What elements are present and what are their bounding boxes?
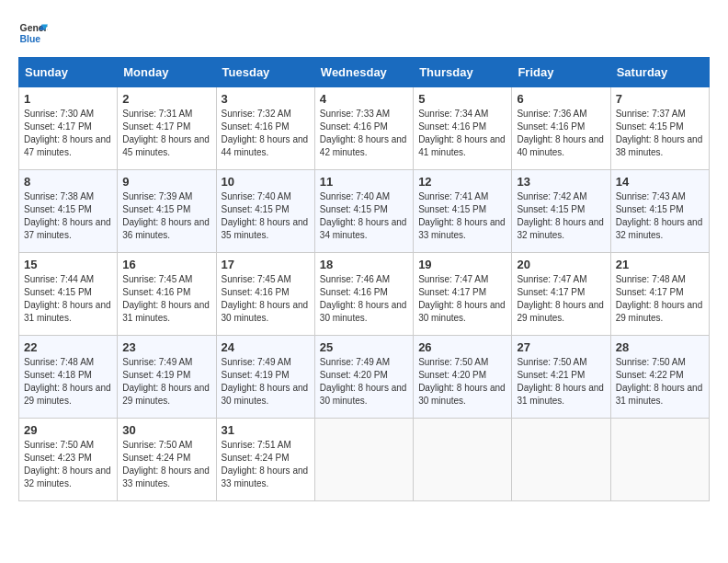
day-info: Sunrise: 7:45 AMSunset: 4:16 PMDaylight:…: [122, 273, 210, 325]
calendar-cell: 9Sunrise: 7:39 AMSunset: 4:15 PMDaylight…: [118, 170, 216, 253]
day-info: Sunrise: 7:45 AMSunset: 4:16 PMDaylight:…: [222, 273, 310, 325]
week-row-0: 1Sunrise: 7:30 AMSunset: 4:17 PMDaylight…: [19, 87, 710, 170]
calendar-cell: 18Sunrise: 7:46 AMSunset: 4:16 PMDayligh…: [314, 253, 413, 336]
calendar-cell: 26Sunrise: 7:50 AMSunset: 4:20 PMDayligh…: [414, 336, 512, 419]
day-info: Sunrise: 7:40 AMSunset: 4:15 PMDaylight:…: [222, 190, 310, 242]
calendar-cell: [414, 419, 512, 501]
day-number: 4: [320, 92, 408, 106]
day-number: 13: [517, 175, 605, 189]
calendar-cell: 2Sunrise: 7:31 AMSunset: 4:17 PMDaylight…: [118, 87, 216, 170]
day-info: Sunrise: 7:40 AMSunset: 4:15 PMDaylight:…: [320, 190, 408, 242]
day-number: 11: [320, 175, 408, 189]
day-info: Sunrise: 7:50 AMSunset: 4:21 PMDaylight:…: [517, 356, 605, 408]
weekday-tuesday: Tuesday: [216, 58, 314, 87]
day-info: Sunrise: 7:42 AMSunset: 4:15 PMDaylight:…: [517, 190, 605, 242]
day-info: Sunrise: 7:34 AMSunset: 4:16 PMDaylight:…: [418, 108, 506, 159]
day-info: Sunrise: 7:49 AMSunset: 4:20 PMDaylight:…: [320, 356, 408, 408]
day-info: Sunrise: 7:31 AMSunset: 4:17 PMDaylight:…: [122, 108, 210, 159]
day-info: Sunrise: 7:33 AMSunset: 4:16 PMDaylight:…: [320, 108, 408, 159]
weekday-sunday: Sunday: [19, 58, 118, 87]
day-info: Sunrise: 7:50 AMSunset: 4:22 PMDaylight:…: [616, 356, 704, 408]
calendar-cell: 8Sunrise: 7:38 AMSunset: 4:15 PMDaylight…: [19, 170, 118, 253]
weekday-saturday: Saturday: [610, 58, 709, 87]
calendar-cell: 4Sunrise: 7:33 AMSunset: 4:16 PMDaylight…: [314, 87, 413, 170]
calendar-cell: 14Sunrise: 7:43 AMSunset: 4:15 PMDayligh…: [610, 170, 709, 253]
day-info: Sunrise: 7:49 AMSunset: 4:19 PMDaylight:…: [122, 356, 210, 408]
day-info: Sunrise: 7:32 AMSunset: 4:16 PMDaylight:…: [222, 108, 310, 159]
calendar-cell: [610, 419, 709, 501]
week-row-3: 22Sunrise: 7:48 AMSunset: 4:18 PMDayligh…: [19, 336, 710, 419]
day-info: Sunrise: 7:36 AMSunset: 4:16 PMDaylight:…: [517, 108, 605, 159]
day-number: 6: [517, 92, 605, 106]
calendar-cell: 15Sunrise: 7:44 AMSunset: 4:15 PMDayligh…: [19, 253, 118, 336]
day-number: 5: [418, 92, 506, 106]
calendar-cell: 23Sunrise: 7:49 AMSunset: 4:19 PMDayligh…: [118, 336, 216, 419]
calendar-cell: 31Sunrise: 7:51 AMSunset: 4:24 PMDayligh…: [216, 419, 314, 501]
day-info: Sunrise: 7:50 AMSunset: 4:23 PMDaylight:…: [24, 439, 112, 490]
week-row-4: 29Sunrise: 7:50 AMSunset: 4:23 PMDayligh…: [19, 419, 710, 501]
svg-text:Blue: Blue: [20, 34, 41, 44]
day-number: 7: [616, 92, 704, 106]
day-number: 17: [222, 258, 310, 271]
calendar-cell: [314, 419, 413, 501]
week-row-2: 15Sunrise: 7:44 AMSunset: 4:15 PMDayligh…: [19, 253, 710, 336]
weekday-header-row: SundayMondayTuesdayWednesdayThursdayFrid…: [19, 58, 710, 87]
day-info: Sunrise: 7:41 AMSunset: 4:15 PMDaylight:…: [418, 190, 506, 242]
day-info: Sunrise: 7:38 AMSunset: 4:15 PMDaylight:…: [24, 190, 112, 242]
calendar-cell: 24Sunrise: 7:49 AMSunset: 4:19 PMDayligh…: [216, 336, 314, 419]
day-number: 30: [122, 423, 210, 437]
day-info: Sunrise: 7:48 AMSunset: 4:18 PMDaylight:…: [24, 356, 112, 408]
day-info: Sunrise: 7:50 AMSunset: 4:20 PMDaylight:…: [418, 356, 506, 408]
calendar-cell: 10Sunrise: 7:40 AMSunset: 4:15 PMDayligh…: [216, 170, 314, 253]
day-info: Sunrise: 7:47 AMSunset: 4:17 PMDaylight:…: [418, 273, 506, 325]
logo-icon: General Blue: [18, 18, 48, 48]
calendar-cell: 20Sunrise: 7:47 AMSunset: 4:17 PMDayligh…: [512, 253, 610, 336]
day-number: 31: [222, 423, 310, 437]
calendar-cell: 16Sunrise: 7:45 AMSunset: 4:16 PMDayligh…: [118, 253, 216, 336]
calendar-cell: 30Sunrise: 7:50 AMSunset: 4:24 PMDayligh…: [118, 419, 216, 501]
day-info: Sunrise: 7:48 AMSunset: 4:17 PMDaylight:…: [616, 273, 704, 325]
day-number: 14: [616, 175, 704, 189]
day-number: 12: [418, 175, 506, 189]
day-info: Sunrise: 7:43 AMSunset: 4:15 PMDaylight:…: [616, 190, 704, 242]
weekday-wednesday: Wednesday: [314, 58, 413, 87]
day-number: 23: [122, 340, 210, 354]
day-info: Sunrise: 7:51 AMSunset: 4:24 PMDaylight:…: [222, 439, 310, 490]
day-info: Sunrise: 7:30 AMSunset: 4:17 PMDaylight:…: [24, 108, 112, 159]
day-number: 19: [418, 258, 506, 271]
calendar-cell: 7Sunrise: 7:37 AMSunset: 4:15 PMDaylight…: [610, 87, 709, 170]
day-number: 3: [222, 92, 310, 106]
day-number: 24: [222, 340, 310, 354]
day-number: 28: [616, 340, 704, 354]
calendar-cell: 6Sunrise: 7:36 AMSunset: 4:16 PMDaylight…: [512, 87, 610, 170]
day-number: 9: [122, 175, 210, 189]
day-number: 15: [24, 258, 112, 271]
day-number: 2: [122, 92, 210, 106]
day-number: 20: [517, 258, 605, 271]
calendar-cell: 13Sunrise: 7:42 AMSunset: 4:15 PMDayligh…: [512, 170, 610, 253]
calendar-cell: 22Sunrise: 7:48 AMSunset: 4:18 PMDayligh…: [19, 336, 118, 419]
weekday-friday: Friday: [512, 58, 610, 87]
day-number: 1: [24, 92, 112, 106]
calendar-cell: 21Sunrise: 7:48 AMSunset: 4:17 PMDayligh…: [610, 253, 709, 336]
day-info: Sunrise: 7:47 AMSunset: 4:17 PMDaylight:…: [517, 273, 605, 325]
weekday-thursday: Thursday: [414, 58, 512, 87]
day-number: 18: [320, 258, 408, 271]
logo: General Blue: [18, 18, 51, 48]
week-row-1: 8Sunrise: 7:38 AMSunset: 4:15 PMDaylight…: [19, 170, 710, 253]
day-number: 29: [24, 423, 112, 437]
day-info: Sunrise: 7:44 AMSunset: 4:15 PMDaylight:…: [24, 273, 112, 325]
calendar-cell: 3Sunrise: 7:32 AMSunset: 4:16 PMDaylight…: [216, 87, 314, 170]
calendar-cell: [512, 419, 610, 501]
weekday-monday: Monday: [118, 58, 216, 87]
day-number: 22: [24, 340, 112, 354]
calendar-body: 1Sunrise: 7:30 AMSunset: 4:17 PMDaylight…: [19, 87, 710, 501]
calendar-table: SundayMondayTuesdayWednesdayThursdayFrid…: [18, 57, 710, 501]
calendar-cell: 11Sunrise: 7:40 AMSunset: 4:15 PMDayligh…: [314, 170, 413, 253]
day-info: Sunrise: 7:49 AMSunset: 4:19 PMDaylight:…: [222, 356, 310, 408]
day-number: 25: [320, 340, 408, 354]
day-number: 10: [222, 175, 310, 189]
calendar-cell: 1Sunrise: 7:30 AMSunset: 4:17 PMDaylight…: [19, 87, 118, 170]
calendar-cell: 29Sunrise: 7:50 AMSunset: 4:23 PMDayligh…: [19, 419, 118, 501]
day-info: Sunrise: 7:50 AMSunset: 4:24 PMDaylight:…: [122, 439, 210, 490]
